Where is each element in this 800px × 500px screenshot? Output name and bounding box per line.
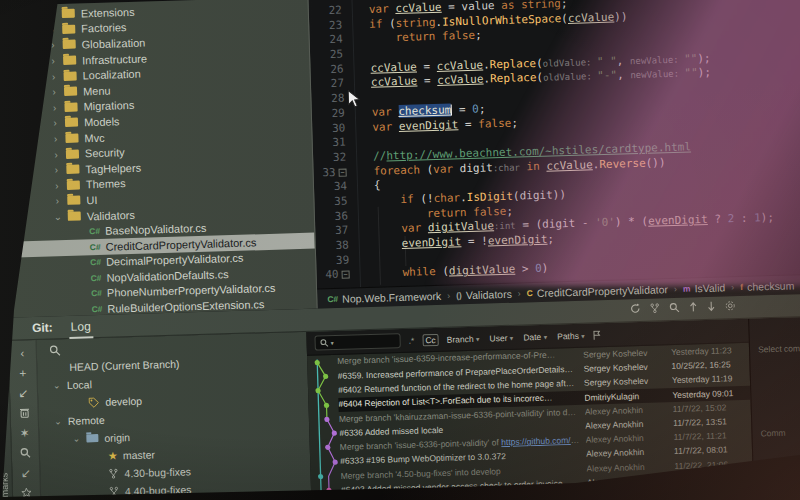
- commit-list: Merge branch 'issue-6359-increase-perfor…: [337, 343, 753, 500]
- breadcrumb-item[interactable]: ()Validators: [456, 287, 512, 301]
- tree-item-label: Menu: [83, 84, 111, 97]
- star-icon[interactable]: [17, 484, 35, 500]
- git-body: ‹+↙✶↙ HEAD (Current Branch)⌄Localdevelop…: [8, 317, 800, 500]
- code-token: var: [372, 120, 399, 134]
- search-icon[interactable]: [669, 302, 680, 313]
- filter-date[interactable]: Date ▾: [523, 331, 547, 342]
- detail-placeholder: Select commit to: [758, 343, 800, 355]
- branch-icon: [109, 486, 119, 498]
- git-tool-window: Bookmarks Git: Log ‹+↙✶↙: [0, 294, 800, 500]
- code-token: = !: [461, 234, 488, 248]
- ide-top-area: ›Extensions›Factories›Globalization›Infr…: [0, 0, 800, 318]
- trash-icon[interactable]: [15, 404, 33, 422]
- branch-icon[interactable]: [650, 302, 660, 313]
- code-token: string: [396, 16, 436, 30]
- commit-author: Alexey Anokhin: [586, 461, 668, 473]
- filter-label: User: [489, 332, 510, 343]
- code-area[interactable]: 222324252627282930313233−34353637383940−…: [308, 0, 800, 289]
- filter-user[interactable]: User ▾: [489, 332, 513, 343]
- star-icon: ★: [108, 449, 118, 462]
- folder-icon: [62, 9, 75, 18]
- filter-branch[interactable]: Branch ▾: [447, 333, 480, 344]
- gutter-line-number: 27: [311, 77, 344, 93]
- incoming-arrow-icon[interactable]: ↙: [17, 464, 35, 482]
- code-token: char: [433, 191, 460, 205]
- commit-rows[interactable]: Merge branch 'issue-6359-increase-perfor…: [307, 343, 753, 500]
- code-token: )): [614, 10, 628, 23]
- arrow-up-icon[interactable]: [689, 301, 698, 312]
- gutter-line-number: 38: [316, 239, 349, 255]
- caret-position[interactable]: 29:23: [620, 486, 640, 496]
- folder-icon: [86, 434, 98, 442]
- fold-marker[interactable]: −: [338, 168, 346, 176]
- code-token: ccValue: [371, 75, 418, 89]
- indent-setting[interactable]: 4 spaces: [723, 483, 755, 493]
- code-token: ()): [645, 156, 665, 170]
- commit-link[interactable]: https://github.com/khairuzzaman/: [501, 435, 580, 447]
- code-token: ;: [547, 232, 554, 245]
- method-icon: m: [683, 283, 691, 293]
- file-encoding[interactable]: UTF-8: [687, 484, 710, 494]
- branch-label: origin: [104, 431, 130, 444]
- tab-log[interactable]: Log: [68, 316, 93, 337]
- code-token: newValue:: [630, 54, 684, 66]
- folder-icon: [64, 102, 77, 111]
- code-token: IsDigit: [466, 190, 513, 204]
- fold-marker[interactable]: −: [342, 271, 350, 279]
- plus-icon[interactable]: +: [14, 364, 32, 382]
- breadcrumb-item[interactable]: mIsValid: [683, 281, 726, 294]
- git-branches-panel[interactable]: HEAD (Current Branch)⌄Localdevelop⌄Remot…: [36, 332, 311, 500]
- code-lines[interactable]: idationContext<T> context, TProperty val…: [352, 0, 800, 287]
- search-icon[interactable]: [16, 444, 34, 462]
- code-token: );: [698, 66, 712, 79]
- folder-icon: [67, 180, 80, 189]
- tree-item-label: Models: [84, 115, 120, 128]
- tree-item-label: Migrations: [83, 99, 134, 113]
- code-token: foreach: [373, 163, 426, 178]
- chevron-right-icon: ›: [49, 86, 59, 97]
- code-token: false: [442, 29, 475, 43]
- code-editor[interactable]: 222324252627282930313233−34353637383940−…: [308, 0, 800, 309]
- code-token: ;: [561, 0, 568, 10]
- code-token: Replace: [490, 57, 537, 71]
- branch-label: 4.40-bug-fixes: [125, 483, 192, 497]
- breadcrumb-item[interactable]: C#Nop.Web.Framework: [327, 289, 441, 304]
- chevron-left-icon[interactable]: ‹: [13, 344, 31, 362]
- gutter-line-number: 25: [310, 48, 343, 64]
- commit-graph: [309, 355, 342, 500]
- match-case-toggle[interactable]: Cc: [422, 333, 439, 345]
- line-ending[interactable]: CRLF: [653, 485, 674, 495]
- code-token: evenDigit: [488, 233, 548, 248]
- favorite-flag-icon[interactable]: [593, 330, 601, 340]
- chevron-down-icon: ⌄: [71, 434, 81, 444]
- checkout-arrow-icon[interactable]: ↙: [14, 384, 32, 402]
- regex-toggle[interactable]: .*: [408, 335, 414, 345]
- code-token: as: [494, 0, 521, 12]
- code-token: :: [734, 212, 754, 226]
- code-token: var: [372, 105, 399, 119]
- badge-label: origin|4.50-bug-fixes: [564, 392, 579, 403]
- breadcrumb-item[interactable]: CCreditCardPropertyValidator: [527, 283, 669, 299]
- code-token: var: [401, 222, 428, 236]
- tree-item-label: Themes: [86, 178, 126, 191]
- tag-icon: [88, 397, 99, 408]
- code-token: ,: [617, 69, 631, 82]
- chevron-down-icon: ⌄: [53, 416, 63, 426]
- solution-explorer[interactable]: ›Extensions›Factories›Globalization›Infr…: [0, 0, 318, 318]
- namespace-icon: (): [456, 290, 462, 300]
- refresh-icon[interactable]: [630, 303, 641, 314]
- chevron-right-icon: ›: [47, 24, 57, 35]
- code-token: digitValue: [449, 263, 516, 278]
- breadcrumb-separator: ›: [731, 282, 734, 292]
- breadcrumb-item[interactable]: fchecksum: [740, 279, 794, 293]
- code-token: oldValue:: [543, 72, 597, 84]
- tree-item-label: Localization: [82, 68, 140, 82]
- settings-icon[interactable]: [725, 300, 736, 311]
- commit-search-input[interactable]: ▾: [314, 333, 400, 351]
- commit-author: Alexey Anokhin: [585, 418, 667, 430]
- arrow-down-icon[interactable]: [707, 301, 716, 312]
- filter-paths[interactable]: Paths ▾: [557, 330, 585, 341]
- csharp-file-icon: C#: [90, 273, 101, 283]
- tree-item-label: Globalization: [82, 37, 146, 51]
- apply-patch-icon[interactable]: ✶: [15, 424, 33, 442]
